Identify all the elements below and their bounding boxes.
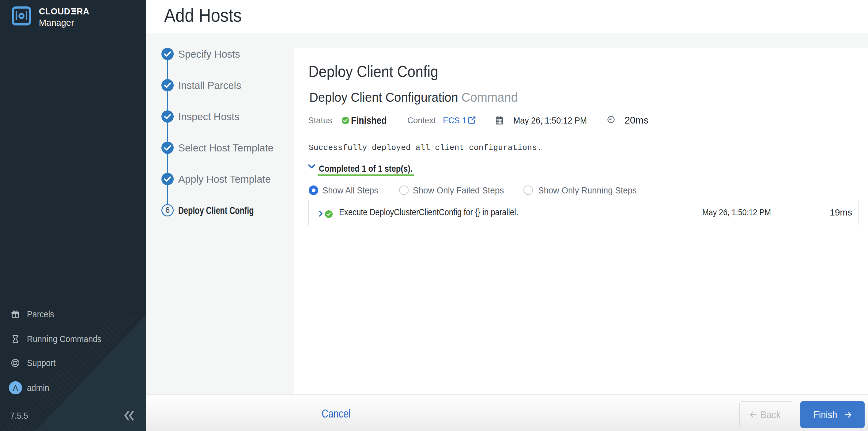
svg-text:A: A <box>13 383 19 392</box>
